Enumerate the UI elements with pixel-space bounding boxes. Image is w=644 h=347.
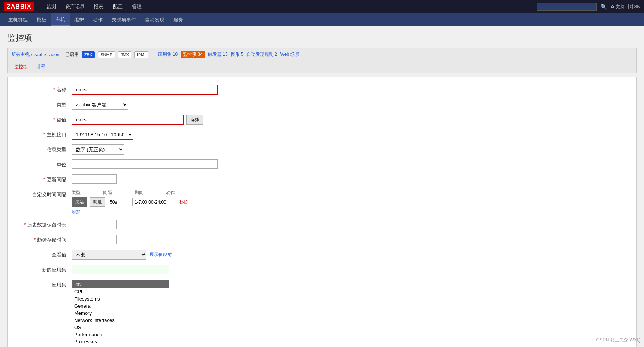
trend-input[interactable]: 365d [72,235,117,244]
info-type-row: 信息类型 数字 (无正负) 字符 日志 文本 数字 (浮点) [19,144,625,155]
name-label: * 名称 [19,85,72,93]
show-mapping-link[interactable]: 展示值映射 [149,252,172,258]
lookup-label: 查看值 [19,250,72,258]
name-input[interactable] [72,85,218,95]
custom-time-header: 类型 间隔 期间 动作 [72,189,188,196]
user-menu[interactable]: 🅉 SN [628,4,640,9]
breadcrumb-all-hosts[interactable]: 所有主机 [12,51,30,58]
nav-services[interactable]: 服务 [169,13,188,26]
form-container: * 名称 类型 Zabbix 客户端 Zabbix 客户端(主动) SNMP v… [7,77,637,347]
remove-link[interactable]: 移除 [179,199,188,205]
key-control: 选择 [72,115,221,125]
trend-label: * 趋势存储时间 [19,235,72,243]
lookup-control: 不变 其他选项 展示值映射 [72,250,221,260]
unit-row: 单位 [19,159,625,170]
app-control: -无- CPU Filesystems General Memory Netwo… [72,280,169,347]
filter-ipmi[interactable]: IPMI [134,51,148,58]
key-row: * 键值 选择 [19,115,625,125]
unit-input[interactable] [72,159,218,169]
nav-actions[interactable]: 动作 [88,13,107,26]
nav-maintenance[interactable]: 维护 [70,13,88,26]
interval-label: * 更新间隔 [19,174,72,183]
interval-control: 30s [72,174,221,184]
key-label: * 键值 [19,115,72,123]
btn-schedule[interactable]: 调度 [90,197,105,207]
link-graphs[interactable]: 图形 5 [231,51,244,58]
link-autodiscovery[interactable]: 自动发现规则 2 [247,51,277,58]
app-row: 应用集 -无- CPU Filesystems General Memory N… [19,280,625,347]
nav-assets[interactable]: 资产记录 [61,0,89,13]
interval-input[interactable]: 30s [72,174,117,184]
header-action: 动作 [166,189,175,196]
type-row: 类型 Zabbix 客户端 Zabbix 客户端(主动) SNMP v1 SNM… [19,100,625,110]
main-content: 监控项 所有主机 / zabbix_agent 已启用 ZBX SNMP JMX… [0,26,644,347]
nav-hostgroups[interactable]: 主机群组 [4,13,32,26]
support-link[interactable]: ✿ 支持 [611,4,625,10]
interval-value-input[interactable] [108,198,130,206]
header-type: 类型 [72,189,81,196]
type-control: Zabbix 客户端 Zabbix 客户端(主动) SNMP v1 SNMP v… [72,100,221,110]
breadcrumb-host[interactable]: zabbix_agent [34,52,60,57]
second-nav: 主机群组 模板 主机 维护 动作 关联项事件 自动发现 服务 [0,13,644,26]
interface-select[interactable]: 192.168.15.10 : 10050 [72,130,133,140]
nav-config[interactable]: 配置 [108,0,127,13]
interface-label: * 主机接口 [19,130,72,138]
breadcrumb-separator: / [31,52,32,57]
history-label: * 历史数据保留时长 [19,220,72,228]
filter-zbx[interactable]: ZBX [82,51,95,58]
page-title: 监控项 [7,32,637,43]
key-select-button[interactable]: 选择 [186,115,203,125]
lookup-row: 查看值 不变 其他选项 展示值映射 [19,250,625,260]
breadcrumb: 所有主机 / zabbix_agent [12,51,61,58]
link-webscenario[interactable]: Web 场景 [280,51,300,58]
custom-time-row: 自定义时间间隔 类型 间隔 期间 动作 灵活 调度 移除 添 [19,189,625,215]
search-input[interactable] [537,3,597,11]
watermark: CSDN @王先森 WXQ [596,337,640,343]
history-input[interactable]: 90d [72,220,117,229]
unit-control [72,159,221,169]
add-link[interactable]: 添加 [72,209,81,214]
custom-time-data-row: 灵活 调度 移除 [72,197,188,207]
tab-process[interactable]: 进程 [35,63,47,71]
nav-monitor[interactable]: 监测 [42,0,61,13]
nav-reports[interactable]: 报表 [89,0,108,13]
header-period: 期间 [134,189,143,196]
filter-jmx[interactable]: JMX [118,51,131,58]
app-listbox[interactable]: -无- CPU Filesystems General Memory Netwo… [72,280,169,347]
trend-row: * 趋势存储时间 365d [19,235,625,245]
new-app-input[interactable] [72,265,169,274]
interval-row: * 更新间隔 30s [19,174,625,185]
name-row: * 名称 [19,85,625,95]
link-appsets[interactable]: 应用集 10 [158,51,178,58]
top-nav-right: 🔍 ✿ 支持 🅉 SN [537,3,640,11]
key-input[interactable] [72,115,184,125]
custom-time-label: 自定义时间间隔 [19,189,72,198]
new-app-control [72,265,221,274]
nav-hosts[interactable]: 主机 [51,13,70,26]
info-type-control: 数字 (无正负) 字符 日志 文本 数字 (浮点) [72,144,221,155]
type-label: 类型 [19,100,72,108]
tab-monitor-item[interactable]: 监控项 [12,63,30,71]
nav-manage[interactable]: 管理 [127,0,146,13]
lookup-select[interactable]: 不变 其他选项 [72,250,146,260]
filter-snmp[interactable]: SNMP [98,51,115,58]
type-select[interactable]: Zabbix 客户端 Zabbix 客户端(主动) SNMP v1 SNMP v… [72,100,128,110]
link-triggers[interactable]: 触发器 15 [208,51,228,58]
new-app-row: 新的应用集 [19,265,625,275]
nav-discovery[interactable]: 自动发现 [140,13,169,26]
info-type-label: 信息类型 [19,144,72,153]
name-control [72,85,221,95]
info-type-select[interactable]: 数字 (无正负) 字符 日志 文本 数字 (浮点) [72,144,124,155]
interface-row: * 主机接口 192.168.15.10 : 10050 [19,130,625,140]
period-input[interactable] [132,198,177,206]
new-app-label: 新的应用集 [19,265,72,273]
nav-templates[interactable]: 模板 [32,13,51,26]
btn-flexible[interactable]: 灵活 [72,197,87,207]
custom-time-control: 类型 间隔 期间 动作 灵活 调度 移除 添加 [72,189,188,215]
filter-bar: 所有主机 / zabbix_agent 已启用 ZBX SNMP JMX IPM… [7,48,637,61]
unit-label: 单位 [19,159,72,168]
link-monitors[interactable]: 监控项 34 [181,51,205,58]
nav-correlations[interactable]: 关联项事件 [107,13,140,26]
status-enabled: 已启用 [65,51,79,58]
tab-bar: 监控项 进程 [7,61,637,73]
